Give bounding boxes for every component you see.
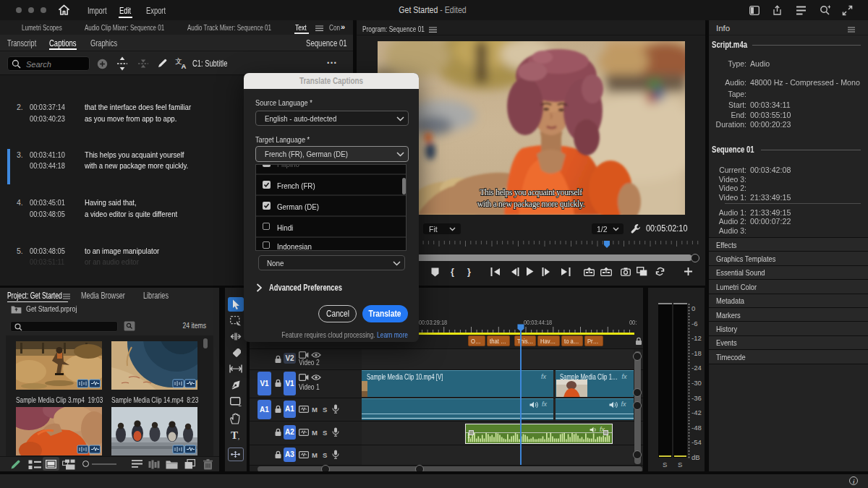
- svg-text:with a new package more quickl: with a new package more quickly.: [477, 200, 585, 209]
- svg-text:A: A: [182, 62, 187, 69]
- svg-text:This helps you acquaint yourse: This helps you acquaint yourself: [480, 188, 582, 197]
